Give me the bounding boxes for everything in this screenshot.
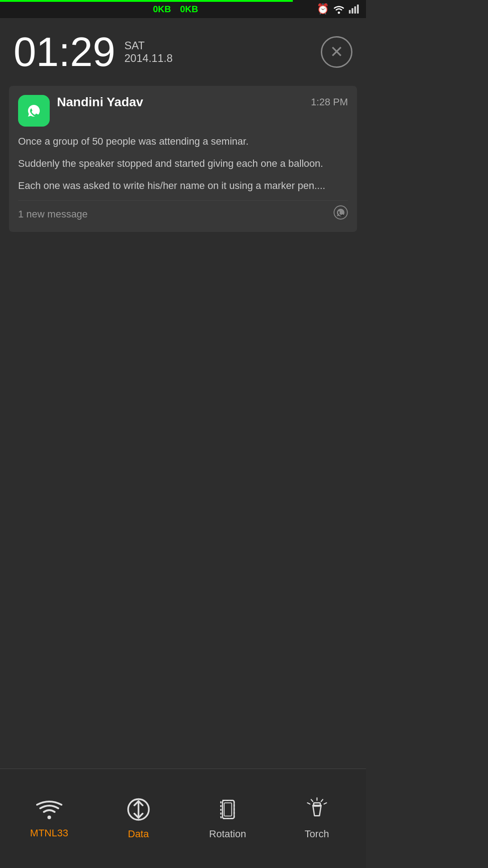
message-text-1: Once a group of 50 people was attending …	[18, 134, 348, 149]
svg-rect-8	[224, 803, 232, 816]
svg-line-13	[321, 800, 323, 802]
current-time: 01:29	[14, 32, 115, 72]
day-name: SAT	[124, 39, 173, 52]
quick-data[interactable]: Data	[94, 797, 183, 840]
wifi-status-icon	[333, 4, 345, 14]
upload-speed: 0KB	[153, 4, 171, 14]
svg-point-0	[338, 12, 340, 14]
whatsapp-icon-svg	[23, 99, 45, 122]
quick-rotation[interactable]: Rotation	[183, 797, 272, 840]
svg-rect-10	[314, 803, 320, 806]
notification-body: Once a group of 50 people was attending …	[18, 134, 348, 193]
message-text-2: Suddenly the speaker stopped and started…	[18, 156, 348, 171]
download-speed: 0KB	[180, 4, 198, 14]
data-label: Data	[128, 828, 149, 840]
quick-settings-bar: MTNL33 Data Rotation	[0, 769, 366, 868]
wifi-label: MTNL33	[30, 827, 68, 839]
notification-footer: 1 new message	[18, 200, 348, 223]
rotation-icon	[215, 797, 240, 822]
status-icons: ⏰	[317, 3, 359, 15]
battery-bar	[0, 0, 366, 2]
alarm-icon: ⏰	[317, 3, 329, 15]
torch-label: Torch	[305, 828, 329, 840]
svg-line-12	[311, 800, 313, 802]
date-string: 2014.11.8	[124, 52, 173, 65]
message-time: 1:28 PM	[311, 96, 348, 108]
torch-icon	[305, 797, 329, 822]
svg-line-14	[307, 803, 310, 804]
rotation-label: Rotation	[209, 828, 246, 840]
svg-marker-9	[313, 805, 321, 816]
notification-content: Nandini Yadav 1:28 PM	[57, 95, 348, 109]
date-info: SAT 2014.11.8	[124, 39, 173, 65]
message-text-3: Each one was asked to write his/her name…	[18, 178, 348, 193]
wifi-icon	[36, 798, 63, 821]
clock-area: 01:29 SAT 2014.11.8 ✕	[0, 18, 366, 81]
sender-name: Nandini Yadav	[57, 95, 143, 109]
close-icon: ✕	[330, 44, 343, 60]
new-message-count: 1 new message	[18, 208, 88, 220]
whatsapp-app-icon	[18, 95, 50, 127]
quick-torch[interactable]: Torch	[272, 797, 362, 840]
close-button[interactable]: ✕	[321, 36, 352, 68]
notification-card[interactable]: Nandini Yadav 1:28 PM Once a group of 50…	[9, 86, 357, 232]
notification-title-row: Nandini Yadav 1:28 PM	[57, 95, 348, 109]
notification-header: Nandini Yadav 1:28 PM	[18, 95, 348, 127]
svg-point-3	[47, 816, 51, 819]
clock-left: 01:29 SAT 2014.11.8	[14, 32, 173, 72]
data-icon	[126, 797, 151, 822]
quick-wifi[interactable]: MTNL33	[5, 798, 94, 839]
signal-bars	[349, 5, 359, 14]
svg-line-15	[324, 803, 327, 804]
whatsapp-mini-icon	[333, 205, 348, 223]
status-bar: 0KB 0KB ⏰	[0, 0, 366, 18]
data-speed-container: 0KB 0KB	[34, 4, 317, 14]
